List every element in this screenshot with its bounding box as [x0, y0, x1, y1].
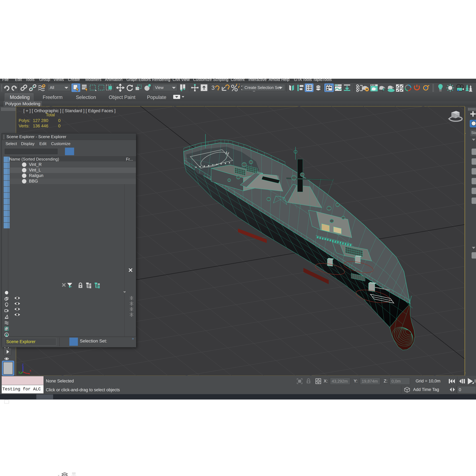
svg-text:3: 3: [211, 85, 215, 91]
svg-text:z: z: [22, 363, 24, 366]
svg-text:x: x: [30, 369, 31, 373]
svg-text:y: y: [18, 370, 20, 374]
